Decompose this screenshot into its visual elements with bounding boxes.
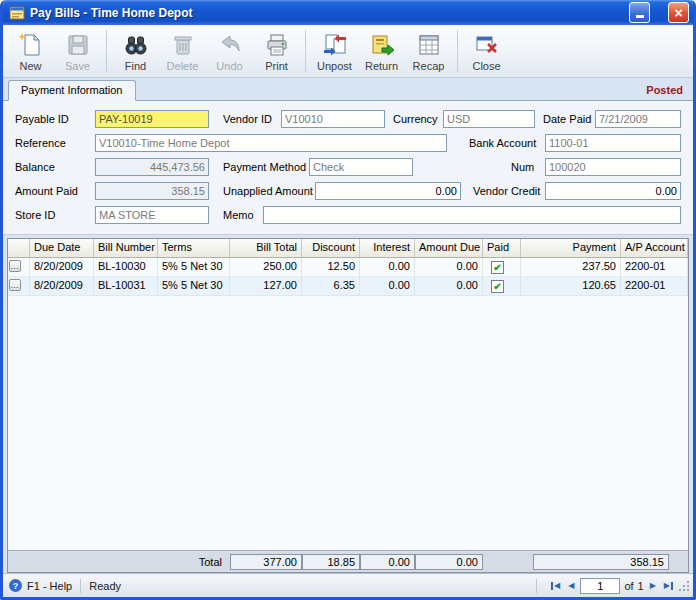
col-header-bill-number: Bill Number bbox=[94, 239, 158, 257]
cell-ap-account: 2200-01 bbox=[621, 258, 688, 277]
cell-due-date: 8/20/2009 bbox=[30, 258, 94, 277]
payment-method-label: Payment Method bbox=[223, 161, 309, 173]
memo-field[interactable] bbox=[263, 206, 681, 224]
cell-bill-number: BL-10030 bbox=[94, 258, 158, 277]
window-title: Pay Bills - Time Home Depot bbox=[30, 6, 627, 20]
close-window-button[interactable]: Close bbox=[463, 28, 510, 75]
total-discount: 18.85 bbox=[302, 554, 360, 570]
cell-amount-due: 0.00 bbox=[415, 277, 483, 296]
save-button: Save bbox=[54, 28, 101, 75]
row-menu-button[interactable]: … bbox=[9, 260, 21, 272]
total-label: Total bbox=[158, 556, 230, 568]
recap-button-label: Recap bbox=[413, 60, 445, 72]
vendor-id-field bbox=[281, 110, 385, 128]
new-button[interactable]: New bbox=[7, 28, 54, 75]
amount-paid-label: Amount Paid bbox=[15, 185, 95, 197]
find-button[interactable]: Find bbox=[112, 28, 159, 75]
minimize-icon bbox=[636, 15, 644, 18]
col-header-paid: Paid bbox=[483, 239, 521, 257]
tab-strip: Payment Information Posted bbox=[3, 78, 693, 101]
table-row[interactable]: … 8/20/2009 BL-10031 5% 5 Net 30 127.00 … bbox=[8, 277, 688, 296]
col-header-amount-due: Amount Due bbox=[415, 239, 483, 257]
print-button-label: Print bbox=[265, 60, 288, 72]
col-header-ap-account: A/P Account bbox=[621, 239, 688, 257]
bank-account-label: Bank Account bbox=[469, 137, 545, 149]
vendor-id-label: Vendor ID bbox=[223, 113, 281, 125]
reference-label: Reference bbox=[15, 137, 95, 149]
status-bar: ? F1 - Help Ready ◀ ◀ of 1 ▶ ▶ bbox=[3, 573, 693, 597]
currency-label: Currency bbox=[393, 113, 443, 125]
delete-button-label: Delete bbox=[167, 60, 199, 72]
minimize-button[interactable] bbox=[629, 2, 650, 23]
last-record-button[interactable]: ▶ bbox=[662, 581, 675, 590]
reference-field bbox=[95, 134, 447, 152]
col-header-bill-total: Bill Total bbox=[230, 239, 302, 257]
save-button-label: Save bbox=[65, 60, 90, 72]
close-button[interactable]: × bbox=[668, 2, 689, 23]
help-icon: ? bbox=[9, 579, 22, 592]
statusbar-separator bbox=[80, 579, 81, 593]
print-button[interactable]: Print bbox=[253, 28, 300, 75]
payable-id-label: Payable ID bbox=[15, 113, 95, 125]
paid-checkbox[interactable]: ✔ bbox=[491, 280, 504, 293]
payment-method-field bbox=[309, 158, 413, 176]
toolbar-separator bbox=[106, 30, 107, 72]
recap-icon bbox=[416, 31, 442, 59]
find-icon bbox=[123, 31, 149, 59]
close-button-label: Close bbox=[472, 60, 500, 72]
col-header-due-date: Due Date bbox=[30, 239, 94, 257]
row-menu-button[interactable]: … bbox=[9, 279, 21, 291]
col-header-discount: Discount bbox=[302, 239, 360, 257]
payment-form: Payable ID Vendor ID Currency Date Paid … bbox=[3, 101, 693, 235]
memo-label: Memo bbox=[223, 209, 263, 221]
toolbar-separator bbox=[305, 30, 306, 72]
num-label: Num bbox=[511, 161, 545, 173]
cell-discount: 12.50 bbox=[302, 258, 360, 277]
date-paid-label: Date Paid bbox=[543, 113, 595, 125]
table-row[interactable]: … 8/20/2009 BL-10030 5% 5 Net 30 250.00 … bbox=[8, 258, 688, 277]
check-icon: ✔ bbox=[493, 282, 501, 292]
cell-amount-due: 0.00 bbox=[415, 258, 483, 277]
currency-field bbox=[443, 110, 535, 128]
paid-checkbox[interactable]: ✔ bbox=[491, 261, 504, 274]
resize-grip[interactable] bbox=[678, 580, 691, 595]
return-button[interactable]: Return bbox=[358, 28, 405, 75]
store-id-field bbox=[95, 206, 209, 224]
total-interest: 0.00 bbox=[360, 554, 415, 570]
cell-payment: 120.65 bbox=[521, 277, 621, 296]
vendor-credit-field[interactable] bbox=[545, 182, 681, 200]
first-record-button[interactable]: ◀ bbox=[549, 581, 562, 590]
col-header-interest: Interest bbox=[360, 239, 415, 257]
return-button-label: Return bbox=[365, 60, 398, 72]
unpost-button[interactable]: Unpost bbox=[311, 28, 358, 75]
titlebar[interactable]: Pay Bills - Time Home Depot × bbox=[3, 0, 693, 25]
recap-button[interactable]: Recap bbox=[405, 28, 452, 75]
return-icon bbox=[369, 31, 395, 59]
app-icon bbox=[9, 5, 25, 21]
grid-empty-area bbox=[8, 296, 688, 550]
bank-account-field bbox=[545, 134, 681, 152]
statusbar-separator bbox=[536, 579, 537, 593]
unpost-icon bbox=[322, 31, 348, 59]
close-window-icon bbox=[474, 31, 500, 59]
toolbar: New Save Find Delete Undo bbox=[3, 25, 693, 78]
undo-button: Undo bbox=[206, 28, 253, 75]
tab-payment-information[interactable]: Payment Information bbox=[8, 80, 136, 101]
previous-record-button[interactable]: ◀ bbox=[566, 581, 576, 590]
close-icon: × bbox=[674, 6, 682, 20]
cell-bill-total: 127.00 bbox=[230, 277, 302, 296]
record-number-input[interactable] bbox=[580, 578, 620, 594]
total-bill-total: 377.00 bbox=[230, 554, 302, 570]
record-navigator: ◀ ◀ of 1 ▶ ▶ bbox=[528, 578, 675, 594]
undo-icon bbox=[217, 31, 243, 59]
cell-discount: 6.35 bbox=[302, 277, 360, 296]
unapplied-amount-field[interactable] bbox=[315, 182, 461, 200]
record-count: 1 bbox=[638, 580, 644, 592]
cell-bill-total: 250.00 bbox=[230, 258, 302, 277]
next-record-button[interactable]: ▶ bbox=[648, 581, 658, 590]
cell-terms: 5% 5 Net 30 bbox=[158, 277, 230, 296]
unpost-button-label: Unpost bbox=[317, 60, 352, 72]
amount-paid-field bbox=[95, 182, 209, 200]
payable-id-field[interactable] bbox=[95, 110, 209, 128]
delete-button: Delete bbox=[159, 28, 206, 75]
